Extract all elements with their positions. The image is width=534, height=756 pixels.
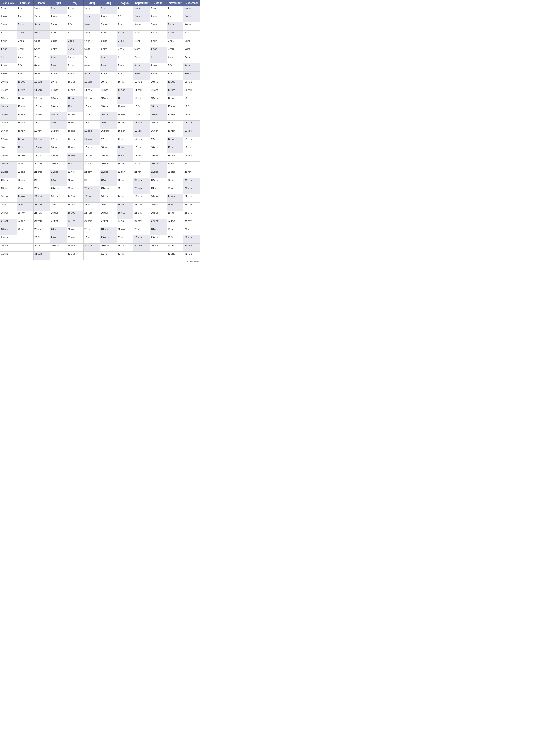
day-number: 29 xyxy=(151,236,154,239)
day-cell-7-8: 7 PET xyxy=(134,55,150,63)
day-cell-6-0: 6 SOB xyxy=(0,47,17,55)
day-number: 24 xyxy=(35,195,37,198)
day-number: 25 xyxy=(68,203,70,206)
day-cell-19-6: 19 ČET xyxy=(100,153,117,162)
day-abbr: SOB xyxy=(20,81,25,83)
day-number: 18 xyxy=(18,146,20,148)
day-cell-14-4: 14 PON xyxy=(67,113,83,121)
day-cell-1-8: 1 SOB xyxy=(134,6,150,14)
day-cell-1-1: 1 ČET xyxy=(17,6,33,14)
day-cell-6-3: 6 PET xyxy=(50,47,67,55)
day-abbr: SRE xyxy=(187,154,192,157)
day-cell-10-5: 10 NED xyxy=(84,80,100,88)
day-abbr: TOR xyxy=(54,138,58,140)
day-abbr: SRE xyxy=(154,196,159,198)
day-number: 27 xyxy=(68,220,70,222)
day-cell-26-6: 26 ČET xyxy=(100,211,117,219)
day-abbr: NED xyxy=(187,130,192,132)
day-number: 18 xyxy=(118,146,120,148)
day-cell-10-7: 10 PET xyxy=(117,80,133,88)
day-cell-18-2: 18 NED xyxy=(33,145,50,153)
day-cell-7-6: 7 SOB xyxy=(100,55,117,63)
day-number: 20 xyxy=(151,162,154,165)
day-abbr: NED xyxy=(119,40,124,42)
day-abbr: NED xyxy=(136,73,140,75)
day-abbr: PET xyxy=(187,228,191,230)
day-number: 16 xyxy=(151,129,154,132)
day-abbr: SOB xyxy=(70,212,75,214)
day-number: 29 xyxy=(134,236,137,239)
day-number: 28 xyxy=(118,228,120,230)
day-abbr: PET xyxy=(137,171,142,173)
day-abbr: SRE xyxy=(119,7,124,9)
day-abbr: PET xyxy=(36,15,40,17)
day-cell-25-10: 25 NED xyxy=(167,202,184,211)
day-number: 17 xyxy=(85,138,87,140)
day-abbr: PON xyxy=(37,97,42,99)
day-number: 10 xyxy=(118,80,120,83)
day-abbr: PET xyxy=(187,171,191,173)
day-abbr: SRE xyxy=(70,187,75,189)
day-number: 21 xyxy=(51,171,54,173)
day-number: 15 xyxy=(68,121,70,124)
day-cell-25-4: 25 PET xyxy=(67,202,83,211)
day-number: 25 xyxy=(134,203,137,206)
day-row-12: 12 PET12 PON12 PON12 ČET12 SOB12 TOR12 Č… xyxy=(0,96,200,104)
day-abbr: SRE xyxy=(20,114,25,116)
day-cell-24-3: 24 TOR xyxy=(50,194,67,202)
day-cell-7-1: 7 SRE xyxy=(17,55,33,63)
day-number: 11 xyxy=(101,89,104,91)
day-cell-4-1: 4 NED xyxy=(17,31,33,39)
day-cell-14-0: 14 NED xyxy=(0,113,17,121)
day-abbr: PON xyxy=(87,204,92,206)
day-abbr: SOB xyxy=(136,65,140,67)
day-abbr: TOR xyxy=(170,220,175,222)
day-number: 11 xyxy=(85,89,87,91)
day-cell-14-11: 14 PET xyxy=(184,113,200,121)
day-cell-4-0: 4 ČET xyxy=(0,31,17,39)
day-number: 10 xyxy=(151,80,154,83)
day-number: 19 xyxy=(134,154,137,157)
day-number: 28 xyxy=(51,228,54,230)
day-cell-23-5: 23 SOB xyxy=(84,186,100,194)
day-cell-26-5: 26 TOR xyxy=(84,211,100,219)
day-abbr: SRE xyxy=(87,105,92,108)
month-header-december: December xyxy=(184,0,200,6)
day-cell-29-7: 29 SRE xyxy=(117,235,133,244)
day-abbr: SRE xyxy=(70,245,75,247)
day-cell-15-5: 15 PET xyxy=(84,121,100,129)
day-cell-30-5: 30 SOB xyxy=(84,244,100,252)
day-abbr: ČET xyxy=(120,130,125,132)
day-number: 20 xyxy=(184,162,187,165)
day-number: 14 xyxy=(168,113,170,116)
day-cell-28-0: 28 NED xyxy=(0,227,17,235)
day-number: 22 xyxy=(118,179,120,181)
day-abbr: PET xyxy=(54,105,58,108)
day-number: 16 xyxy=(184,129,187,132)
day-abbr: TOR xyxy=(104,196,109,198)
day-cell-16-5: 16 SOB xyxy=(84,129,100,137)
day-number: 16 xyxy=(51,129,54,132)
day-abbr: NED xyxy=(137,130,142,132)
day-cell-18-3: 18 SRE xyxy=(50,145,67,153)
day-abbr: PET xyxy=(104,220,108,222)
day-number: 12 xyxy=(118,97,120,99)
day-number: 28 xyxy=(151,228,154,230)
day-number: 10 xyxy=(18,80,20,83)
day-cell-28-4: 28 PON xyxy=(67,227,83,235)
day-cell-2-8: 2 NED xyxy=(134,14,150,22)
day-abbr: PON xyxy=(69,56,74,58)
day-cell-9-6: 9 PON xyxy=(100,71,117,80)
day-cell-22-2: 22 ČET xyxy=(33,178,50,186)
day-number: 16 xyxy=(101,129,104,132)
day-number: 17 xyxy=(184,138,187,140)
day-abbr: PON xyxy=(120,105,125,108)
day-number: 15 xyxy=(184,121,187,124)
day-number: 26 xyxy=(151,211,154,214)
day-number: 13 xyxy=(68,105,70,108)
day-abbr: PET xyxy=(170,130,175,132)
day-cell-25-0: 25 ČET xyxy=(0,202,17,211)
day-abbr: ČET xyxy=(137,220,142,222)
day-cell-24-10: 24 SOB xyxy=(167,194,184,202)
day-cell-18-8: 18 TOR xyxy=(134,145,150,153)
